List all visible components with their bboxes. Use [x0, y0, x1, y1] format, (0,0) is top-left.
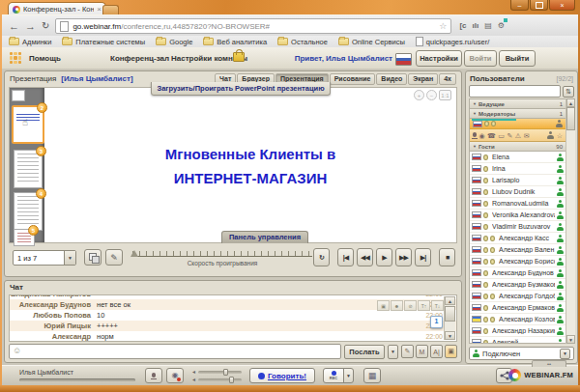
skip-end-button[interactable]: ▶|	[415, 248, 431, 266]
replay-button[interactable]: ↻	[313, 248, 330, 266]
screen-icon[interactable]: ▭	[498, 132, 505, 139]
chat-scroll-thumb[interactable]	[445, 306, 455, 322]
chat-scrollbar[interactable]: ▲ ▼	[444, 296, 455, 340]
pres-tab-5[interactable]: Экран	[408, 73, 438, 85]
users-scroll-thumb[interactable]	[566, 107, 575, 130]
slide-thumbnail-2[interactable]: ☝2	[12, 105, 44, 144]
forward-icon[interactable]: →	[25, 21, 36, 32]
login-button[interactable]: Войти	[464, 50, 497, 67]
record-button[interactable]: REC	[323, 368, 344, 383]
speaker-volume-thumb[interactable]	[223, 369, 228, 376]
connection-status-select[interactable]: Подключен ▼	[469, 347, 574, 360]
bookmark-item[interactable]: Google	[156, 38, 192, 46]
user-icon[interactable]: ☻	[391, 300, 403, 311]
talk-button[interactable]: Говорить!	[249, 368, 315, 383]
play-button[interactable]: ▶	[376, 248, 392, 266]
banner-button[interactable]: ▣	[445, 345, 457, 358]
bookmark-item[interactable]: Веб аналитика	[203, 38, 267, 46]
bookmark-star-icon[interactable]: ☆	[439, 22, 447, 31]
language-flag-icon[interactable]	[395, 53, 412, 66]
slide-thumbnail-4[interactable]: 4	[14, 192, 43, 231]
moderate-button[interactable]: M	[416, 345, 428, 358]
user-row[interactable]: RomanovaLudmila	[470, 198, 566, 210]
user-group-header[interactable]: ▼Ведущие1	[470, 99, 566, 109]
bookmark-item[interactable]: Online Сервисы	[338, 38, 405, 46]
chevron-down-icon[interactable]: ▼	[64, 251, 75, 265]
zoom-out-icon[interactable]: −	[426, 90, 437, 100]
browser-tab[interactable]: Конференц-зал - Конфер ×	[8, 2, 106, 15]
bookmark-item[interactable]: quickpages.ru/user/	[416, 37, 489, 46]
slide-thumbnail-3[interactable]: 3	[14, 150, 43, 188]
slide-counter-select[interactable]: 1 из 7 ▼	[13, 250, 76, 266]
back-icon[interactable]: ←	[9, 21, 19, 32]
window-maximize-button[interactable]	[530, 0, 548, 11]
image-icon[interactable]: ▣	[377, 300, 390, 311]
mic-button[interactable]	[145, 368, 162, 383]
font-down-icon[interactable]: T↓	[431, 300, 444, 311]
speaker-volume-slider[interactable]: ◄	[191, 368, 242, 376]
collapse-handle[interactable]: ▴▴	[532, 360, 566, 367]
window-minimize-button[interactable]: –	[510, 0, 529, 11]
smiley-icon[interactable]: ☺	[13, 347, 21, 355]
user-row[interactable]: Veronika Alexandrova	[470, 210, 566, 221]
user-row[interactable]: Александр Вален	[470, 244, 566, 256]
kick-icon[interactable]: ⚠	[515, 132, 521, 139]
users-scrollbar[interactable]: ▲ ▼	[566, 98, 575, 344]
scroll-down-icon[interactable]: ▼	[566, 335, 575, 344]
layers-button[interactable]	[84, 249, 102, 266]
slide-thumbnail-5[interactable]: 5	[14, 229, 35, 246]
user-row[interactable]: Александр Касс	[470, 233, 566, 244]
message-icon[interactable]: ✉	[524, 132, 530, 139]
user-row[interactable]: Александр Борисов	[470, 256, 566, 267]
user-row[interactable]: Александр Будунов	[470, 267, 566, 279]
wrench-menu-icon[interactable]: ⚙	[498, 22, 505, 30]
skip-start-button[interactable]: |◀	[337, 248, 354, 266]
tab-close-icon[interactable]: ×	[97, 6, 102, 14]
pointer-pencil-button[interactable]: ✎	[105, 249, 123, 266]
control-panel-tab[interactable]: Панель управления	[221, 231, 308, 243]
scroll-down-icon[interactable]: ▼	[445, 331, 455, 340]
phone-icon[interactable]: ☎	[487, 132, 496, 139]
fast-forward-button[interactable]: ▶▶	[395, 248, 412, 266]
user-row[interactable]: Larisaplo	[470, 175, 566, 186]
user-row[interactable]: Алексей	[470, 337, 566, 344]
mic-icon[interactable]	[473, 132, 477, 139]
speaker-volume-track[interactable]	[198, 371, 242, 374]
star-icon[interactable]: ☆	[557, 132, 563, 139]
rewind-button[interactable]: ◀◀	[357, 248, 373, 266]
mic-volume-track[interactable]	[198, 378, 242, 381]
zoom-actual-icon[interactable]: 1:1	[439, 90, 451, 100]
mic-volume-slider[interactable]: ◄	[191, 376, 242, 383]
scroll-up-icon[interactable]: ▲	[566, 98, 575, 107]
pres-tab-3[interactable]: Рисование	[330, 73, 376, 85]
user-row[interactable]: Александр Ермаков	[470, 302, 566, 314]
new-tab-button[interactable]	[102, 5, 119, 14]
address-bar[interactable]: go.webinar.fm/conference,ru,44857820?NO-…	[55, 18, 451, 34]
slide-thumbnail-1[interactable]	[12, 90, 25, 101]
user-row[interactable]: Elena	[470, 152, 566, 163]
window-close-button[interactable]: ×	[549, 0, 575, 11]
user-group-header[interactable]: ▼Модераторы1	[470, 109, 566, 119]
bookmark-item[interactable]: Платежные системы	[62, 38, 145, 46]
ext-stats-icon[interactable]: ılı	[473, 22, 479, 30]
bookmark-item[interactable]: Админки	[9, 38, 51, 46]
send-options-icon[interactable]: ▼	[388, 345, 398, 359]
user-row[interactable]: Александр Козловский	[470, 314, 566, 325]
layout-grid-button[interactable]: ▦	[363, 368, 381, 383]
speed-slider-thumb[interactable]	[130, 250, 138, 257]
reload-icon[interactable]: ↻	[42, 21, 49, 31]
webcam-icon[interactable]: ◉	[479, 132, 485, 139]
user-row[interactable]: Vladimir Buzuvarov	[470, 221, 566, 233]
stop-button[interactable]: ■	[439, 248, 455, 266]
ext-reader-icon[interactable]: ▤	[484, 22, 492, 30]
draw-button[interactable]: ✎	[401, 345, 414, 358]
send-button[interactable]: Послать	[344, 345, 385, 359]
bookmark-item[interactable]: Остальное	[277, 38, 328, 46]
user-row[interactable]: Александр Голдобин	[470, 291, 566, 302]
upload-powerpoint-button[interactable]: Загрузить/Проиграть PowerPoint презентац…	[151, 82, 331, 96]
webcam-button[interactable]: ◉	[166, 368, 184, 383]
conference-room-link[interactable]: Конференц-зал	[110, 54, 169, 63]
ext-clipper-icon[interactable]: [c	[459, 22, 466, 30]
sort-icon[interactable]: ⇅	[563, 86, 574, 98]
mic-volume-thumb[interactable]	[229, 377, 234, 383]
